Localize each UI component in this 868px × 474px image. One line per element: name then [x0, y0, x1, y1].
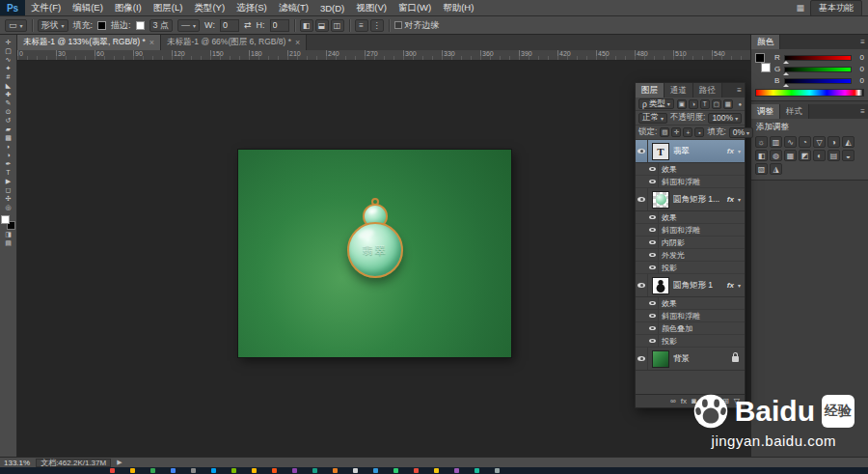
tab-styles[interactable]: 样式 — [780, 104, 809, 119]
filter-kind-icon[interactable]: ▢ — [712, 99, 721, 109]
tool-preset-picker[interactable]: ▭ ▾ — [5, 19, 27, 32]
foreground-color-swatch[interactable] — [755, 53, 765, 63]
curves-icon[interactable]: ∿ — [784, 136, 797, 148]
tab-color[interactable]: 颜色 — [751, 35, 780, 49]
tool-mode-dropdown[interactable]: 形状 ▾ — [38, 19, 68, 32]
menu-item[interactable]: 滤镜(T) — [273, 0, 314, 15]
hand-tool[interactable]: ✣ — [1, 194, 16, 203]
fx-collapse-icon[interactable]: ▾ — [738, 282, 742, 289]
fx-collapse-icon[interactable]: ▾ — [738, 148, 742, 154]
stroke-type-dropdown[interactable]: — ▾ — [177, 19, 200, 32]
height-input[interactable] — [270, 19, 289, 32]
menu-item[interactable]: 视图(V) — [350, 0, 393, 15]
opacity-dropdown[interactable]: 100% ▾ — [708, 113, 742, 124]
align-edges-option[interactable]: 对齐边缘 — [394, 19, 440, 32]
threshold-icon[interactable]: ◒ — [842, 150, 854, 161]
lasso-tool[interactable]: ∿ — [1, 55, 16, 64]
status-options-arrow[interactable]: ▶ — [117, 459, 122, 466]
hue-saturation-icon[interactable]: ◑ — [827, 136, 840, 148]
color-swatches[interactable] — [1, 215, 15, 230]
layer-filter-kind-dropdown[interactable]: ρ 类型 ▾ — [638, 98, 674, 109]
fill-opacity-dropdown[interactable]: 0% ▾ — [729, 127, 753, 138]
effect-row[interactable]: 投影 — [636, 262, 745, 274]
stroke-width-field[interactable]: 3 点 — [149, 19, 174, 32]
quick-mask-button[interactable]: ◨ — [1, 230, 16, 238]
channel-slider[interactable] — [784, 67, 852, 72]
taskbar-app-icon[interactable] — [150, 468, 155, 473]
shape-tool[interactable]: ◻ — [1, 185, 16, 194]
effect-visibility-toggle[interactable] — [647, 310, 659, 321]
menu-item[interactable]: 图层(L) — [148, 0, 189, 15]
taskbar-app-icon[interactable] — [454, 468, 459, 473]
stroke-swatch[interactable] — [136, 21, 145, 30]
taskbar-app-icon[interactable] — [495, 468, 500, 473]
horizontal-ruler[interactable]: 0306090120150180210240270300330360390420… — [17, 50, 750, 61]
panel-menu-icon[interactable]: ≡ — [857, 35, 868, 49]
foreground-color-swatch[interactable] — [1, 215, 10, 224]
document-tab[interactable]: 未标题-1 @ 66%(图层 6, RGB/8) *× — [161, 35, 307, 50]
path-operation-icon[interactable]: ◧ — [300, 19, 313, 32]
effect-row[interactable]: 斜面和浮雕 — [636, 176, 745, 188]
tab-close-icon[interactable]: × — [295, 38, 300, 47]
levels-icon[interactable]: ▥ — [770, 136, 782, 148]
lock-option-icon[interactable]: ▨ — [660, 127, 669, 137]
effect-row[interactable]: 外发光 — [636, 249, 745, 262]
effects-header-row[interactable]: 效果 — [636, 163, 745, 176]
gradient-tool[interactable]: ▩ — [1, 133, 16, 142]
zoom-tool[interactable]: ◎ — [1, 203, 16, 211]
black-white-icon[interactable]: ◧ — [755, 150, 768, 161]
menu-item[interactable]: 文件(F) — [25, 0, 67, 15]
filter-kind-icon[interactable]: T — [700, 99, 710, 109]
marquee-tool[interactable]: ▢ — [1, 46, 16, 55]
taskbar-app-icon[interactable] — [373, 468, 378, 473]
effects-header-row[interactable]: 效果 — [636, 297, 745, 310]
taskbar-app-icon[interactable] — [333, 468, 338, 473]
taskbar-app-icon[interactable] — [475, 468, 479, 473]
visibility-toggle[interactable] — [636, 140, 648, 162]
vibrance-icon[interactable]: ▽ — [813, 136, 826, 148]
effect-visibility-toggle[interactable] — [647, 211, 659, 223]
invert-icon[interactable]: ◐ — [813, 150, 826, 161]
effect-visibility-toggle[interactable] — [647, 176, 659, 187]
eraser-tool[interactable]: ▰ — [1, 125, 16, 133]
effect-row[interactable]: 斜面和浮雕 — [636, 224, 745, 237]
taskbar-app-icon[interactable] — [414, 468, 419, 473]
effect-visibility-toggle[interactable] — [647, 322, 659, 334]
taskbar-app-icon[interactable] — [171, 468, 176, 473]
taskbar-app-icon[interactable] — [272, 468, 277, 473]
arrange-documents-icon[interactable]: ▦ — [796, 3, 804, 13]
tab-paths[interactable]: 路径 — [693, 83, 722, 98]
taskbar-app-icon[interactable] — [312, 468, 317, 473]
menu-item[interactable]: 选择(S) — [231, 0, 273, 15]
taskbar-app-icon[interactable] — [130, 468, 135, 473]
visibility-toggle[interactable] — [636, 348, 648, 370]
canvas-document[interactable]: 翡翠 — [238, 150, 511, 357]
zoom-level[interactable]: 133.1% — [4, 459, 30, 467]
tab-layers[interactable]: 图层 — [636, 83, 665, 98]
blur-tool[interactable]: ◗ — [1, 142, 16, 151]
panel-menu-icon[interactable]: ≡ — [857, 104, 868, 119]
effect-visibility-toggle[interactable] — [647, 224, 659, 236]
windows-taskbar[interactable] — [0, 467, 868, 474]
link-layers-icon[interactable]: ∞ — [670, 397, 676, 405]
effect-visibility-toggle[interactable] — [647, 249, 659, 261]
filter-kind-icon[interactable]: ▣ — [677, 99, 687, 109]
posterize-icon[interactable]: ▤ — [827, 150, 840, 161]
pen-tool[interactable]: ✒ — [1, 159, 16, 168]
layer-style-icon[interactable]: fx — [681, 397, 687, 405]
layer-row[interactable]: 圆角矩形 1fx▾ — [636, 274, 745, 297]
crop-tool[interactable]: # — [1, 72, 16, 81]
fill-swatch[interactable] — [97, 21, 106, 30]
path-operation-icon[interactable]: ⬓ — [315, 19, 329, 32]
link-dimensions-icon[interactable]: ⇄ — [244, 20, 252, 30]
healing-brush-tool[interactable]: ✚ — [1, 90, 16, 98]
taskbar-app-icon[interactable] — [252, 468, 257, 473]
workspace-switcher[interactable]: 基本功能 — [810, 0, 862, 16]
effect-row[interactable]: 斜面和浮雕 — [636, 310, 745, 322]
selective-color-icon[interactable]: ◮ — [770, 163, 782, 175]
menu-item[interactable]: 窗口(W) — [393, 0, 437, 15]
path-selection-tool[interactable]: ▶ — [1, 177, 16, 185]
arrange-icon[interactable]: ⋮ — [370, 19, 384, 32]
filter-kind-icon[interactable]: ◑ — [689, 99, 698, 109]
align-edges-checkbox[interactable] — [394, 21, 402, 29]
